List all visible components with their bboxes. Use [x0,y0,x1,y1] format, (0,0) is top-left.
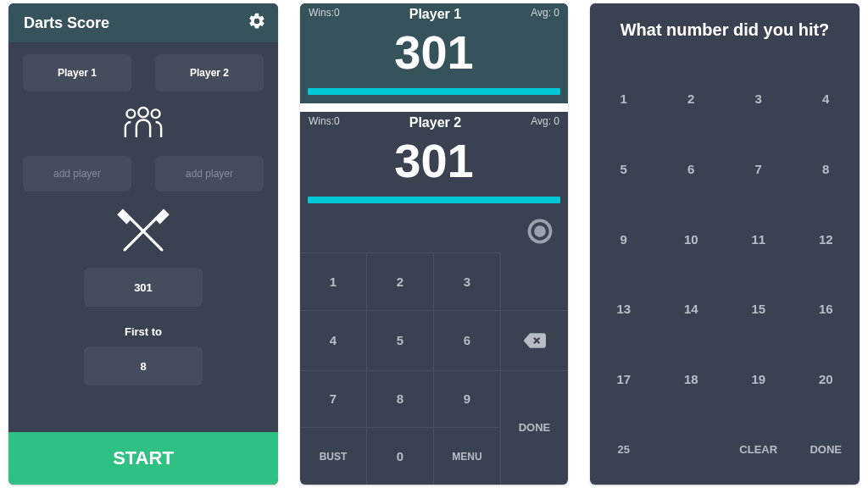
hit-17[interactable]: 17 [590,344,658,414]
hit-13[interactable]: 13 [590,274,658,345]
hit-8[interactable]: 8 [793,134,860,204]
game-type-button[interactable]: 301 [84,268,203,307]
hit-20[interactable]: 20 [793,344,860,414]
key-9[interactable]: 9 [434,370,501,428]
number-hit-screen: What number did you hit? 1 2 3 4 5 6 7 8… [590,3,860,485]
svg-marker-4 [156,211,167,222]
add-player-button-2[interactable]: add player [155,156,264,191]
backspace-button[interactable] [501,310,568,370]
key-4[interactable]: 4 [300,310,367,370]
hit-15[interactable]: 15 [725,274,793,345]
setup-screen: Darts Score Player 1 Player 2 add player… [8,3,278,485]
key-0[interactable]: 0 [367,427,434,485]
svg-point-2 [152,109,160,118]
app-title: Darts Score [24,14,109,32]
svg-point-8 [536,227,544,236]
player-1-avg: Avg: 0 [531,7,559,22]
key-2[interactable]: 2 [367,252,434,310]
hit-6[interactable]: 6 [658,134,726,204]
hit-19[interactable]: 19 [725,344,793,414]
hit-25[interactable]: 25 [590,414,658,485]
hit-9[interactable]: 9 [590,204,658,274]
hit-2[interactable]: 2 [658,64,726,134]
start-button[interactable]: START [8,432,278,485]
svg-line-5 [131,219,162,250]
grid-done-button[interactable]: DONE [793,414,860,485]
hit-16[interactable]: 16 [793,274,860,345]
keypad-region: 1 2 3 4 5 6 7 8 9 DONE BUST 0 MENU [300,212,568,485]
menu-button[interactable]: MENU [434,427,501,485]
hit-12[interactable]: 12 [793,204,860,274]
key-6[interactable]: 6 [434,310,501,370]
key-7[interactable]: 7 [300,370,367,428]
svg-line-3 [125,219,156,250]
key-8[interactable]: 8 [367,370,434,428]
player-2-score: 301 [394,137,473,185]
svg-point-1 [127,109,136,118]
player-1-score-block: Wins:0 Player 1 Avg: 0 301 [300,3,568,103]
done-button[interactable]: DONE [501,370,568,485]
first-to-label: First to [125,325,162,338]
player-2-wins: Wins:0 [309,115,340,130]
player-1-button[interactable]: Player 1 [23,54,131,92]
app-header: Darts Score [8,3,278,42]
hit-3[interactable]: 3 [725,64,793,134]
player-1-score: 301 [394,29,473,76]
settings-button[interactable] [248,12,266,34]
hit-11[interactable]: 11 [725,204,793,274]
svg-point-0 [138,108,147,117]
first-to-value-button[interactable]: 8 [84,347,203,385]
hit-10[interactable]: 10 [658,204,726,274]
player-1-bar [308,88,559,95]
svg-marker-6 [120,211,131,222]
number-grid: 1 2 3 4 5 6 7 8 9 10 11 12 13 14 15 16 1… [590,64,860,485]
hit-4[interactable]: 4 [793,64,860,134]
bust-button[interactable]: BUST [300,427,367,485]
hit-5[interactable]: 5 [590,134,658,204]
player-2-button[interactable]: Player 2 [155,54,264,92]
gear-icon [248,12,266,30]
clear-button[interactable]: CLEAR [725,414,793,485]
key-1[interactable]: 1 [300,252,367,310]
player-1-wins: Wins:0 [309,7,340,22]
add-player-button-1[interactable]: add player [23,156,131,191]
setup-body: Player 1 Player 2 add player add player … [8,42,278,432]
player-2-name: Player 2 [409,115,461,130]
people-icon [121,100,165,144]
key-5[interactable]: 5 [367,310,434,370]
darts-icon [114,202,173,261]
hit-18[interactable]: 18 [658,344,726,414]
hit-1[interactable]: 1 [590,64,658,134]
player-2-avg: Avg: 0 [531,115,559,130]
player-2-bar [308,197,559,203]
key-3[interactable]: 3 [434,252,501,310]
player-1-name: Player 1 [409,7,461,22]
numeric-keypad: 1 2 3 4 5 6 7 8 9 DONE BUST 0 MENU [300,252,568,485]
hit-7[interactable]: 7 [725,134,793,204]
number-hit-title: What number did you hit? [590,20,860,40]
score-entry-screen: Wins:0 Player 1 Avg: 0 301 Wins:0 Player… [300,3,568,485]
player-2-score-block: Wins:0 Player 2 Avg: 0 301 [300,112,568,212]
target-button[interactable] [527,219,553,247]
target-icon [527,219,553,244]
backspace-icon [524,332,546,349]
hit-14[interactable]: 14 [658,274,726,345]
